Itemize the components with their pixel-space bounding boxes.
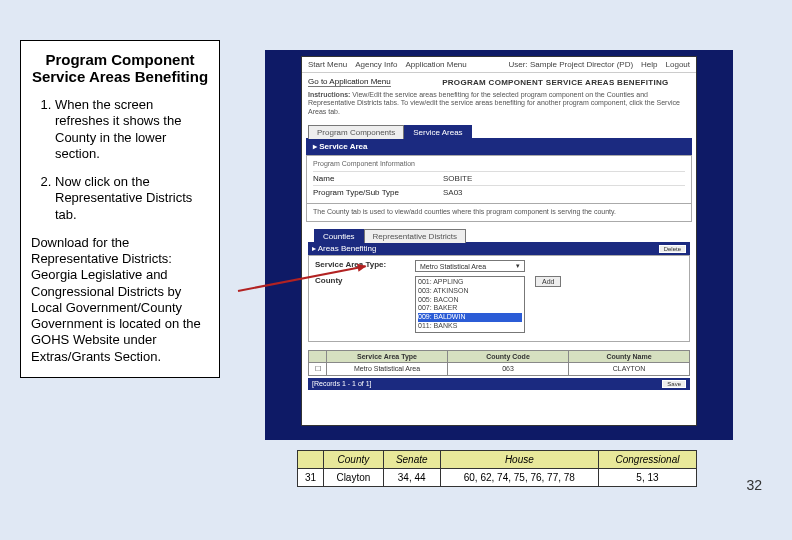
nav-agency-info[interactable]: Agency Info [355,60,397,69]
th-checkbox [309,351,327,362]
th-senate: Senate [383,451,440,469]
records-bar: [Records 1 - 1 of 1] Save [308,378,690,390]
app-title-row: Go to Application Menu PROGRAM COMPONENT… [302,73,696,89]
row-service-area-type: Metro Statistical Area [327,363,448,375]
service-area-band-label: Service Area [319,142,367,151]
pci-name-label: Name [313,174,443,183]
county-option[interactable]: 005: BACON [418,296,522,305]
county-listbox[interactable]: 001: APPLING 003: ATKINSON 005: BACON 00… [415,276,525,333]
service-area-type-value: Metro Statistical Area [420,263,486,270]
county-note: The County tab is used to view/add count… [306,204,692,222]
steps-list: When the screen refreshes it shows the C… [31,97,209,223]
download-note: Download for the Representative District… [31,235,209,365]
instructions-text: Instructions: View/Edit the service area… [302,89,696,124]
county-option[interactable]: 009: BALDWIN [418,313,522,322]
program-component-info: Program Component Information Name SOBIT… [306,155,692,204]
service-area-band: ▸ Service Area [306,138,692,155]
page-title: PROGRAM COMPONENT SERVICE AREAS BENEFITI… [421,78,690,87]
th-service-area-type: Service Area Type [327,351,448,362]
cell-index: 31 [298,469,324,487]
save-button[interactable]: Save [662,380,686,388]
th-county: County [324,451,384,469]
tab-service-areas[interactable]: Service Areas [404,125,471,139]
outer-tabs: Program Components Service Areas [302,124,696,138]
th-house: House [440,451,598,469]
pci-type-value: SA03 [443,188,463,197]
service-area-table: Service Area Type County Code County Nam… [308,350,690,376]
tab-representative-districts[interactable]: Representative Districts [364,229,466,243]
add-button[interactable]: Add [535,276,561,287]
th-index [298,451,324,469]
county-label: County [315,276,415,285]
instruction-panel: Program Component Service Areas Benefiti… [20,40,220,378]
instructions-body: View/Edit the service areas benefiting f… [308,91,680,115]
th-county-name: County Name [569,351,689,362]
table-row: 31 Clayton 34, 44 60, 62, 74, 75, 76, 77… [298,469,697,487]
records-count: [Records 1 - 1 of 1] [312,380,372,387]
county-option[interactable]: 011: BANKS [418,322,522,331]
page-number: 32 [746,477,762,493]
row-county-name: CLAYTON [569,363,689,375]
row-county-code: 063 [448,363,569,375]
nav-start-menu[interactable]: Start Menu [308,60,347,69]
nav-logout[interactable]: Logout [666,60,690,69]
delete-button[interactable]: Delete [659,245,686,253]
cell-congressional: 5, 13 [598,469,696,487]
areas-benefiting-band: ▸ Areas Benefiting Delete [308,242,690,255]
tab-counties[interactable]: Counties [314,229,364,243]
county-option[interactable]: 003: ATKINSON [418,287,522,296]
county-option[interactable]: 007: BAKER [418,304,522,313]
districts-table: County Senate House Congressional 31 Cla… [297,450,697,487]
tab-program-components[interactable]: Program Components [308,125,404,139]
th-county-code: County Code [448,351,569,362]
pci-type-label: Program Type/Sub Type [313,188,443,197]
slide: Program Component Service Areas Benefiti… [0,0,792,540]
cell-senate: 34, 44 [383,469,440,487]
inner-tabs: Counties Representative Districts [314,228,690,242]
county-option[interactable]: 001: APPLING [418,278,522,287]
panel-title: Program Component Service Areas Benefiti… [31,51,209,85]
row-checkbox[interactable]: ☐ [309,363,327,375]
nav-application-menu[interactable]: Application Menu [405,60,466,69]
app-screenshot: Start Menu Agency Info Application Menu … [265,50,733,440]
chevron-down-icon: ▾ [516,262,520,270]
areas-band-label: Areas Benefiting [318,244,377,253]
pci-header: Program Component Information [313,160,685,167]
nav-user-label: User: Sample Project Director (PD) [509,60,633,69]
instructions-label: Instructions: [308,91,350,98]
step-1: When the screen refreshes it shows the C… [55,97,209,162]
th-congressional: Congressional [598,451,696,469]
pci-name-value: SOBITE [443,174,472,183]
cell-house: 60, 62, 74, 75, 76, 77, 78 [440,469,598,487]
nav-help[interactable]: Help [641,60,657,69]
service-area-type-select[interactable]: Metro Statistical Area ▾ [415,260,525,272]
cell-county: Clayton [324,469,384,487]
app-top-nav: Start Menu Agency Info Application Menu … [302,57,696,73]
step-2: Now click on the Representative District… [55,174,209,223]
go-to-app-menu-link[interactable]: Go to Application Menu [308,77,391,87]
table-row: ☐ Metro Statistical Area 063 CLAYTON [309,363,689,375]
app-window: Start Menu Agency Info Application Menu … [301,56,697,426]
